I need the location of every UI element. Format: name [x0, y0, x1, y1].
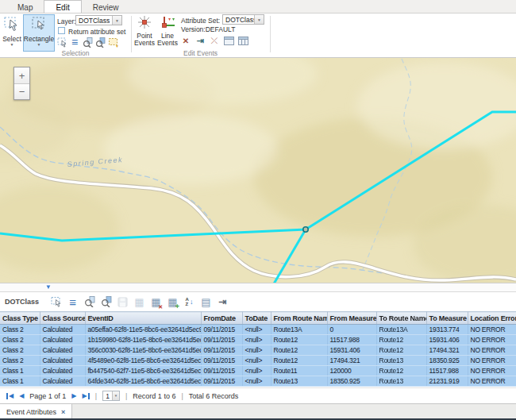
page-number-dropdown[interactable]: 1 ▼	[102, 391, 120, 401]
previous-page-button[interactable]: ◀	[19, 393, 24, 399]
return-attribute-set-checkbox[interactable]	[58, 27, 65, 34]
table-cell: 120000	[327, 366, 376, 376]
selection-options-icon[interactable]: ▼	[107, 37, 118, 48]
map-zoom-control: + −	[13, 67, 30, 100]
column-header[interactable]: To Measure	[426, 312, 468, 325]
open-attributes-form-icon[interactable]: ▤	[200, 296, 212, 308]
tab-review[interactable]: Review	[82, 0, 130, 13]
table-cell: <null>	[242, 366, 271, 376]
table-cell: Calculated	[40, 335, 85, 345]
total-records-text: Total 6 Records	[189, 392, 239, 400]
first-page-button[interactable]: ◀	[6, 393, 13, 399]
column-header[interactable]: EventID	[85, 312, 201, 325]
table-cell: <null>	[242, 335, 271, 345]
column-header[interactable]: Class Source	[40, 312, 85, 325]
table-cell: Route13	[376, 376, 426, 387]
select-records-icon[interactable]	[50, 296, 62, 308]
event-attribute-grid: Class TypeClass SourceEventIDFromDateToD…	[0, 311, 516, 387]
next-page-button[interactable]: ▶	[71, 393, 76, 399]
event-window-icon[interactable]	[223, 35, 234, 46]
close-tab-icon[interactable]: ×	[61, 408, 65, 416]
table-cell: <null>	[242, 376, 271, 387]
switch-table-icon[interactable]: ▦	[133, 296, 145, 308]
table-cell: 21231.919	[426, 376, 468, 387]
table-row[interactable]: Class 2Calculated4f5489e0-62f8-11e5-8bc6…	[0, 356, 516, 366]
bottom-tabbar: Event Attributes ×	[0, 403, 516, 420]
layer-dropdown-caret-icon[interactable]: ▼	[112, 16, 121, 25]
zoom-in-button[interactable]: +	[14, 67, 29, 83]
table-row[interactable]: Class 2Calculated356c0030-62f8-11e5-8bc6…	[0, 345, 516, 356]
layer-dropdown[interactable]: DOTClass ▼	[75, 15, 122, 25]
attribute-set-dropdown[interactable]: DOTClass ▼	[222, 14, 264, 25]
sort-records-icon[interactable]: AZ ↓	[183, 296, 195, 308]
zoom-out-button[interactable]: −	[14, 83, 29, 99]
pan-to-selected-icon[interactable]	[100, 296, 112, 308]
zoom-to-selected-icon[interactable]	[83, 296, 95, 308]
table-cell: 09/11/2015	[201, 376, 242, 387]
table-cell: 11517.988	[327, 335, 376, 345]
layer-label: Layer:	[57, 17, 76, 25]
attribute-set-label: Attribute Set:	[181, 17, 220, 25]
zoom-to-selection-icon[interactable]	[82, 37, 93, 48]
table-cell: NO ERROR	[468, 335, 516, 345]
table-cell: <null>	[242, 356, 271, 366]
select-caret-icon[interactable]: ▼	[10, 43, 14, 46]
table-cell: 09/11/2015	[201, 325, 242, 335]
event-table-icon[interactable]	[237, 35, 248, 46]
last-page-button[interactable]: ▶	[83, 393, 90, 399]
save-edits-icon[interactable]	[117, 296, 129, 308]
panel-splitter[interactable]: ▼	[0, 283, 516, 292]
page-number-caret-icon[interactable]: ▼	[112, 391, 119, 400]
table-cell: 17494.321	[327, 356, 376, 366]
tab-edit[interactable]: Edit	[44, 0, 81, 13]
measure-records-icon[interactable]: ⇥	[217, 296, 229, 308]
add-records-icon[interactable]: ▦+	[167, 296, 179, 308]
map-view[interactable]: Spring Creek + −	[0, 58, 516, 283]
pan-to-selection-icon[interactable]	[94, 37, 106, 48]
selection-list-icon[interactable]: ≡	[69, 37, 80, 48]
route-junction-vertex[interactable]	[303, 227, 308, 232]
collapse-panel-icon[interactable]: ▼	[45, 283, 52, 291]
delete-records-icon[interactable]: ▦✕	[150, 296, 162, 308]
column-header[interactable]: From Measure	[327, 312, 376, 325]
column-header[interactable]: To Route Name	[376, 312, 426, 325]
table-cell: NO ERROR	[468, 325, 516, 335]
table-cell: fb447540-62f7-11e5-8bc6-ee32641d5ec9	[85, 366, 201, 376]
tab-event-attributes[interactable]: Event Attributes ×	[0, 404, 72, 420]
reshape-event-icon[interactable]: ⤫	[209, 35, 220, 46]
app-window: Map Edit Review Select ▼ Rectan	[0, 0, 516, 420]
attribute-set-dropdown-caret-icon[interactable]: ▼	[254, 15, 264, 24]
rectangle-caret-icon[interactable]: ▼	[37, 43, 41, 46]
table-cell: NO ERROR	[468, 345, 516, 356]
measure-event-icon[interactable]: ⇥	[194, 35, 206, 46]
table-cell: 15931.406	[426, 335, 468, 345]
table-cell: Calculated	[40, 376, 85, 387]
rectangle-tool-button[interactable]: Rectangle ▼	[23, 14, 55, 52]
point-events-icon	[136, 15, 153, 33]
table-row[interactable]: Class 1Calculatedfb447540-62f7-11e5-8bc6…	[0, 366, 516, 376]
line-events-button[interactable]: Line Events	[156, 15, 179, 47]
table-cell: Route11	[271, 366, 327, 376]
column-header[interactable]: From Route Name	[271, 312, 327, 325]
point-events-button[interactable]: Point Events	[133, 15, 156, 47]
table-cell: Route13	[376, 356, 426, 366]
split-event-icon[interactable]: ✕	[180, 35, 191, 46]
table-cell: Calculated	[40, 345, 85, 356]
table-row[interactable]: Class 1Calculated64fde340-62f8-11e5-8bc6…	[0, 376, 516, 387]
select-tool-button[interactable]: Select ▼	[2, 14, 22, 52]
table-cell: NO ERROR	[468, 376, 516, 387]
table-cell: 09/11/2015	[201, 335, 242, 345]
table-row[interactable]: Class 2Calculated1b159980-62f8-11e5-8bc6…	[0, 335, 516, 345]
column-header[interactable]: Location Error	[468, 312, 516, 325]
ribbon: Select ▼ Rectangle ▼ Layer: DOTClass ▼ R…	[0, 13, 516, 58]
table-row[interactable]: Class 2Calculateda05effa0-62f8-11e5-8bc6…	[0, 325, 516, 335]
select-features-icon[interactable]	[56, 37, 67, 48]
column-header[interactable]: FromDate	[201, 312, 242, 325]
table-cell: Calculated	[40, 366, 85, 376]
tab-map[interactable]: Map	[6, 0, 44, 13]
column-header[interactable]: ToDate	[242, 312, 271, 325]
table-cell: Route12	[271, 356, 327, 366]
show-selected-records-icon[interactable]: ≡	[67, 296, 79, 308]
select-cursor-icon	[3, 15, 21, 34]
column-header[interactable]: Class Type	[0, 312, 40, 325]
